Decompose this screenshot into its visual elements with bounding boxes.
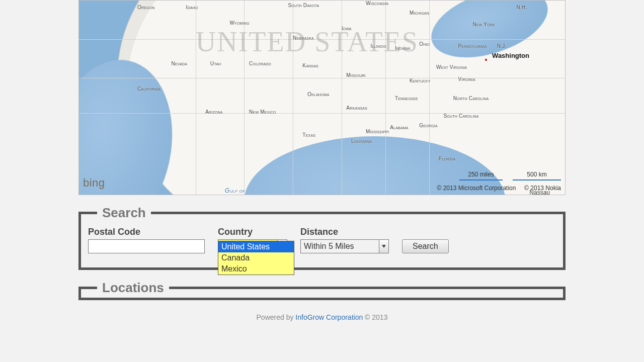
scale-km: 500 km [513,171,561,180]
map-watermark: UNITED STATES [196,26,419,58]
map[interactable]: UNITED STATES OregonIdahoWyomingNevadaUt… [78,0,566,195]
bing-logo: bing [83,176,105,190]
search-button[interactable]: Search [402,239,449,253]
state-border-line [79,113,565,114]
capital-label: Washington [492,52,529,59]
credit-microsoft: © 2013 Microsoft Corporation [437,185,516,192]
chevron-down-icon [382,245,386,248]
distance-select-toggle[interactable] [379,239,389,253]
footer: Powered by InfoGrow Corporation © 2013 [78,313,566,321]
country-label: Country [218,227,287,237]
scale-miles-label: 250 miles [468,171,494,178]
country-option-mexico[interactable]: Mexico [218,263,294,275]
distance-select[interactable]: Within 5 Miles [300,239,389,253]
map-scale: 250 miles 500 km [459,171,561,180]
nassau-label: Nassau [529,189,550,195]
postal-code-label: Postal Code [88,227,205,237]
capital-marker [485,59,487,61]
locations-legend: Locations [97,280,169,296]
scale-miles: 250 miles [459,171,503,180]
country-option-us[interactable]: United States [218,241,294,252]
search-legend: Search [97,205,151,221]
scale-km-label: 500 km [527,171,546,178]
locations-panel: Locations [78,280,566,300]
footer-powered: Powered by [257,313,296,321]
postal-code-input[interactable] [88,239,205,253]
country-dropdown[interactable]: United States Canada Mexico [218,241,294,275]
footer-link-infogrow[interactable]: InfoGrow Corporation [295,313,363,321]
footer-copyright: © 2013 [365,313,387,321]
country-option-canada[interactable]: Canada [218,252,294,263]
distance-select-value: Within 5 Miles [300,239,379,253]
search-panel: Search Postal Code Country United States… [78,205,566,270]
state-border-line [79,78,565,78]
state-border-line [429,1,430,195]
distance-label: Distance [300,227,389,237]
